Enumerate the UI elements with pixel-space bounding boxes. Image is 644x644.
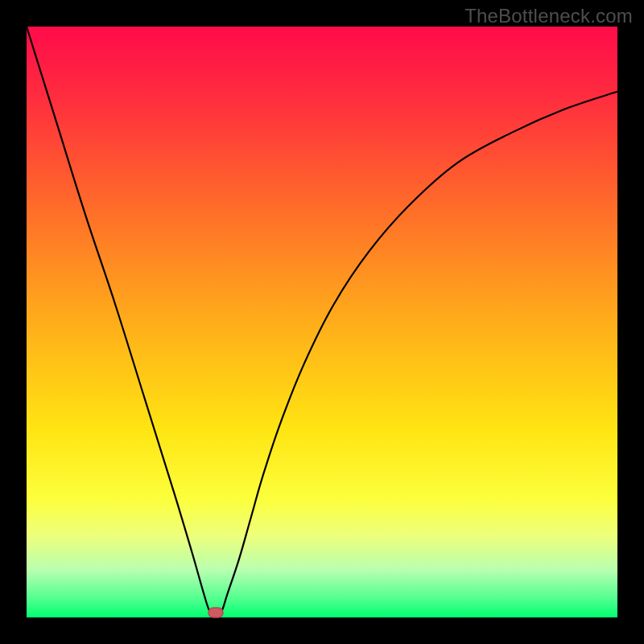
- chart-frame: TheBottleneck.com: [0, 0, 644, 644]
- marker-pill-icon: [208, 607, 224, 618]
- optimal-marker: [208, 607, 224, 621]
- svg-rect-0: [208, 608, 223, 617]
- curve-path: [27, 27, 617, 617]
- watermark-text: TheBottleneck.com: [464, 5, 633, 27]
- bottleneck-curve: [27, 27, 617, 617]
- plot-area: [27, 27, 617, 617]
